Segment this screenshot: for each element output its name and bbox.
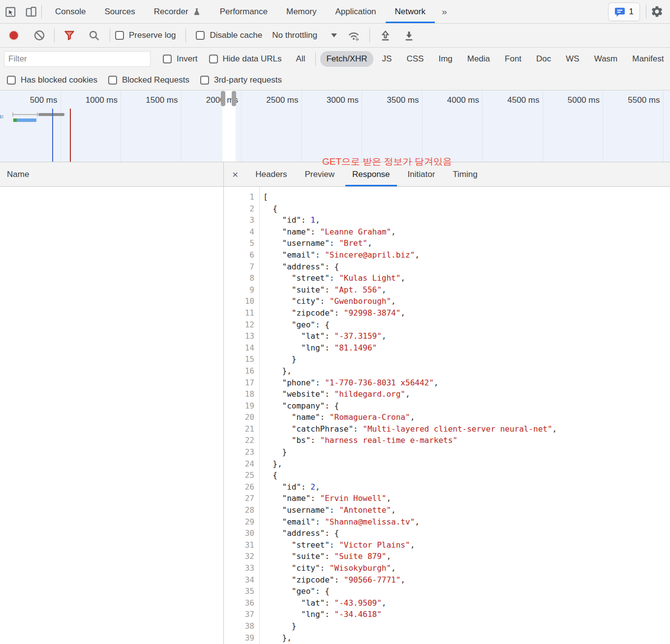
network-conditions-button[interactable] bbox=[343, 26, 365, 45]
line-number: 10 bbox=[224, 295, 254, 307]
devtools-tabbar: ConsoleSourcesRecorderPerformanceMemoryA… bbox=[0, 0, 670, 24]
response-body-viewer[interactable]: 1[2 {3 "id": 1,4 "name": "Leanne Graham"… bbox=[224, 187, 670, 644]
waterfall-bar-xhr-start bbox=[13, 118, 17, 122]
flask-icon bbox=[192, 7, 201, 17]
invert-checkbox[interactable]: Invert bbox=[163, 54, 198, 64]
filter-type-doc[interactable]: Doc bbox=[530, 51, 557, 67]
code-line: 9 "suite": "Apt. 556", bbox=[224, 284, 670, 296]
import-har-button[interactable] bbox=[375, 26, 396, 45]
timeline-tick-label: 5500 ms bbox=[601, 95, 660, 105]
name-column-header[interactable]: Name bbox=[0, 162, 223, 187]
code-line: 1[ bbox=[224, 191, 670, 203]
response-code: 1[2 {3 "id": 1,4 "name": "Leanne Graham"… bbox=[224, 191, 670, 644]
line-number: 24 bbox=[224, 458, 254, 470]
devtools-tab-console[interactable]: Console bbox=[46, 0, 95, 23]
devtools-tab-sources[interactable]: Sources bbox=[95, 0, 144, 23]
has-blocked-cookies-checkbox[interactable]: Has blocked cookies bbox=[7, 75, 97, 85]
code-line: 25 { bbox=[224, 469, 670, 481]
requests-list-empty[interactable] bbox=[0, 187, 223, 644]
preserve-log-checkbox[interactable]: Preserve log bbox=[115, 30, 176, 40]
clear-network-log-button[interactable] bbox=[29, 26, 50, 45]
divider bbox=[185, 29, 186, 42]
code-line: 2 { bbox=[224, 203, 670, 215]
close-detail-button[interactable]: × bbox=[224, 169, 246, 179]
code-line: 5 "username": "Bret", bbox=[224, 237, 670, 249]
device-toolbar-button[interactable] bbox=[21, 2, 41, 22]
issues-count: 1 bbox=[629, 7, 634, 17]
checkbox-box bbox=[7, 76, 16, 85]
code-line: 15 } bbox=[224, 353, 670, 365]
timeline-tick-label: 1500 ms bbox=[119, 95, 178, 105]
issues-badge[interactable]: 1 bbox=[608, 2, 640, 21]
timeline-tick-label: 1000 ms bbox=[59, 95, 118, 105]
line-number: 9 bbox=[224, 284, 254, 296]
waterfall-bar-document bbox=[38, 113, 64, 116]
timeline-overview[interactable]: 500 ms1000 ms1500 ms2000 ms2500 ms3000 m… bbox=[0, 90, 670, 162]
checkbox-label: Preserve log bbox=[129, 30, 176, 40]
devtools-tab-recorder[interactable]: Recorder bbox=[145, 0, 211, 23]
devtools-tab-network[interactable]: Network bbox=[386, 0, 435, 23]
request-type-filters: AllFetch/XHRJSCSSImgMediaFontDocWSWasmMa… bbox=[289, 51, 670, 67]
timeline-right-grip[interactable] bbox=[232, 91, 236, 106]
line-number: 39 bbox=[224, 632, 254, 644]
waterfall-mini-bar bbox=[0, 115, 1, 118]
code-line: 21 "catchPhrase": "Multi-layered client-… bbox=[224, 423, 670, 435]
filter-type-font[interactable]: Font bbox=[499, 51, 527, 67]
timeline-tick-label: 4500 ms bbox=[481, 95, 540, 105]
code-line: 26 "id": 2, bbox=[224, 481, 670, 493]
line-number: 17 bbox=[224, 377, 254, 389]
filter-type-manifest[interactable]: Manifest bbox=[626, 51, 670, 67]
devtools-tab-performance[interactable]: Performance bbox=[211, 0, 277, 23]
filter-type-wasm[interactable]: Wasm bbox=[588, 51, 624, 67]
filter-type-all[interactable]: All bbox=[290, 51, 311, 67]
3rd-party-requests-checkbox[interactable]: 3rd-party requests bbox=[200, 75, 282, 85]
code-line: 4 "name": "Leanne Graham", bbox=[224, 226, 670, 238]
filter-type-ws[interactable]: WS bbox=[560, 51, 585, 67]
line-number: 38 bbox=[224, 620, 254, 632]
export-har-button[interactable] bbox=[398, 26, 420, 45]
checkbox-box bbox=[108, 76, 117, 85]
inspect-element-button[interactable] bbox=[0, 2, 21, 22]
filter-type-media[interactable]: Media bbox=[461, 51, 496, 67]
line-number: 14 bbox=[224, 342, 254, 354]
blocked-requests-checkbox[interactable]: Blocked Requests bbox=[108, 75, 189, 85]
filter-type-css[interactable]: CSS bbox=[400, 51, 429, 67]
devtools-window: ConsoleSourcesRecorderPerformanceMemoryA… bbox=[0, 0, 670, 644]
line-number: 5 bbox=[224, 237, 254, 249]
line-number: 35 bbox=[224, 585, 254, 597]
checkbox-box bbox=[200, 76, 209, 85]
code-line: 23 } bbox=[224, 446, 670, 458]
filter-type-fetch-xhr[interactable]: Fetch/XHR bbox=[320, 51, 373, 67]
disable-cache-checkbox[interactable]: Disable cache bbox=[196, 30, 262, 40]
detail-tab-headers[interactable]: Headers bbox=[248, 162, 294, 186]
checkbox-label: Blocked Requests bbox=[122, 75, 189, 85]
checkbox-box bbox=[209, 55, 218, 63]
tab-label: Recorder bbox=[154, 7, 188, 17]
divider bbox=[315, 52, 316, 66]
devtools-tab-memory[interactable]: Memory bbox=[277, 0, 326, 23]
code-line: 18 "website": "hildegard.org", bbox=[224, 388, 670, 400]
devtools-tab-application[interactable]: Application bbox=[326, 0, 385, 23]
hide-data-urls-checkbox[interactable]: Hide data URLs bbox=[209, 54, 282, 64]
filter-funnel-button[interactable] bbox=[59, 26, 80, 45]
filter-type-js[interactable]: JS bbox=[376, 51, 398, 67]
requests-panel: Name bbox=[0, 162, 224, 644]
record-network-log-button[interactable] bbox=[3, 26, 25, 45]
code-line: 32 "suite": "Suite 879", bbox=[224, 551, 670, 562]
tab-label: Console bbox=[55, 7, 86, 17]
settings-gear-button[interactable] bbox=[646, 2, 667, 22]
filter-input[interactable] bbox=[4, 51, 151, 67]
annotation-text: GET으로 받은 정보가 담겨있음 bbox=[322, 155, 452, 168]
filter-bar: Invert Hide data URLs AllFetch/XHRJSCSSI… bbox=[0, 48, 670, 70]
tab-label: Application bbox=[335, 7, 376, 17]
checkbox-label: Hide data URLs bbox=[223, 54, 282, 64]
filter-type-img[interactable]: Img bbox=[432, 51, 458, 67]
waterfall-mini-bar bbox=[2, 115, 3, 118]
more-tabs-button[interactable]: » bbox=[435, 6, 453, 17]
line-number: 16 bbox=[224, 365, 254, 377]
code-line: 37 "lng": "-34.4618" bbox=[224, 609, 670, 620]
timeline-tick-label: 3000 ms bbox=[300, 95, 359, 105]
search-button[interactable] bbox=[83, 26, 105, 45]
timeline-left-grip[interactable] bbox=[221, 91, 225, 106]
throttling-select[interactable]: No throttling bbox=[272, 30, 337, 40]
